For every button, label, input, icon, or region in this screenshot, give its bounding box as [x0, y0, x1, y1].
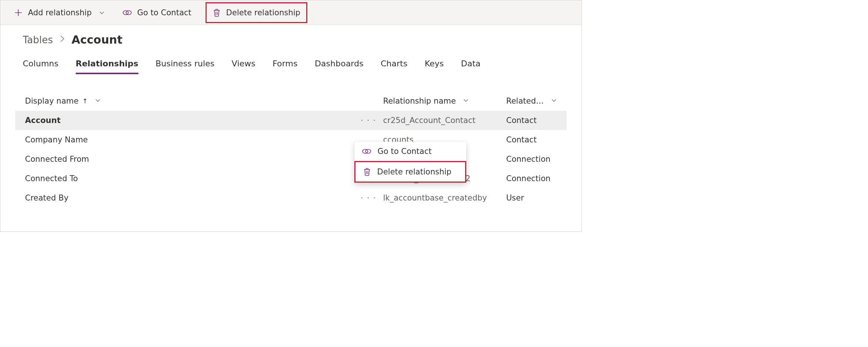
add-relationship-label: Add relationship: [28, 8, 92, 17]
table-row[interactable]: Company Name ccounts Contact: [15, 130, 567, 149]
tab-relationships[interactable]: Relationships: [76, 59, 138, 74]
row-more-button[interactable]: · · ·: [361, 116, 383, 125]
svg-point-1: [126, 10, 131, 15]
column-header-display-name[interactable]: Display name ↑: [25, 97, 361, 105]
delete-relationship-highlight: Delete relationship: [206, 2, 307, 23]
cell-relationship-name: cr25d_Account_Contact: [383, 116, 506, 125]
link-icon: [122, 9, 132, 16]
menu-goto-label: Go to Contact: [377, 147, 432, 156]
goto-contact-button[interactable]: Go to Contact: [119, 4, 194, 22]
cell-related: Contact: [506, 116, 557, 125]
row-context-menu: Go to Contact Delete relationship: [354, 142, 466, 183]
chevron-down-icon: [463, 97, 469, 105]
delete-relationship-button[interactable]: Delete relationship: [210, 4, 303, 22]
table-row[interactable]: Connected From s1 Connection: [15, 149, 567, 169]
svg-point-2: [363, 149, 368, 154]
tab-views[interactable]: Views: [232, 59, 256, 74]
menu-delete-relationship[interactable]: Delete relationship: [354, 161, 466, 183]
cell-related: User: [506, 193, 557, 202]
delete-relationship-label: Delete relationship: [226, 8, 300, 17]
link-icon: [362, 148, 372, 155]
cell-related: Contact: [506, 135, 557, 144]
column-header-row: Display name ↑ Relationship name Related…: [15, 97, 567, 111]
tab-data[interactable]: Data: [461, 59, 481, 74]
table-row[interactable]: Connected To · · · account_connections2 …: [15, 169, 567, 188]
column-header-relationship-name[interactable]: Relationship name: [383, 97, 506, 105]
chevron-right-icon: [60, 35, 65, 44]
column-header-related[interactable]: Related…: [506, 97, 557, 105]
cell-relationship-name: lk_accountbase_createdby: [383, 193, 506, 202]
tab-forms[interactable]: Forms: [273, 59, 298, 74]
cell-display-name: Connected To: [25, 174, 361, 183]
svg-point-3: [366, 149, 371, 154]
chevron-down-icon: [94, 97, 101, 105]
cell-display-name: Connected From: [25, 155, 361, 164]
cell-related: Connection: [506, 155, 557, 164]
breadcrumb: Tables Account: [0, 25, 582, 50]
tab-keys[interactable]: Keys: [424, 59, 444, 74]
sort-ascending-icon: ↑: [82, 97, 88, 105]
tabs: Columns Relationships Business rules Vie…: [0, 50, 582, 74]
toolbar: Add relationship Go to Contact Delete re…: [0, 0, 582, 25]
row-more-button[interactable]: · · ·: [361, 193, 383, 202]
plus-icon: [14, 8, 23, 17]
svg-point-0: [123, 10, 128, 15]
table-row[interactable]: Created By · · · lk_accountbase_createdb…: [15, 188, 567, 208]
menu-goto-contact[interactable]: Go to Contact: [354, 142, 466, 161]
chevron-down-icon: [98, 9, 105, 16]
trash-icon: [213, 8, 221, 17]
cell-display-name: Company Name: [25, 135, 361, 144]
menu-delete-label: Delete relationship: [377, 167, 451, 176]
tab-columns[interactable]: Columns: [23, 59, 59, 74]
tab-dashboards[interactable]: Dashboards: [315, 59, 364, 74]
chevron-down-icon: [551, 97, 557, 105]
tab-charts[interactable]: Charts: [380, 59, 407, 74]
cell-related: Connection: [506, 174, 557, 183]
tab-business-rules[interactable]: Business rules: [156, 59, 214, 74]
goto-contact-label: Go to Contact: [137, 8, 191, 17]
cell-display-name: Created By: [25, 193, 361, 202]
add-relationship-button[interactable]: Add relationship: [11, 4, 108, 22]
cell-display-name: Account: [25, 116, 361, 125]
breadcrumb-current: Account: [72, 33, 122, 46]
relationships-table: Display name ↑ Relationship name Related…: [0, 74, 582, 208]
trash-icon: [363, 167, 371, 176]
breadcrumb-root[interactable]: Tables: [23, 34, 53, 45]
table-row[interactable]: Account · · · cr25d_Account_Contact Cont…: [15, 111, 567, 130]
